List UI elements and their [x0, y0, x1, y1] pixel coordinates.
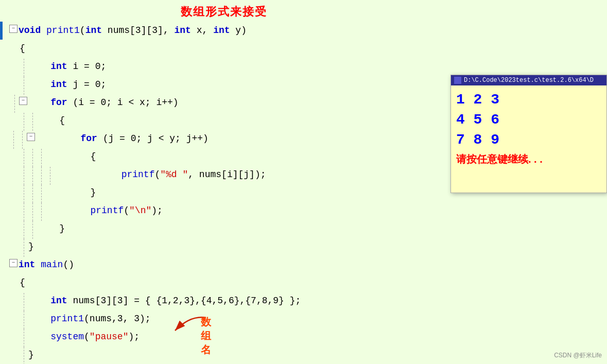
code-line-9: printf("%d ", nums[i][j]);: [20, 167, 448, 185]
code-content-14: int main(): [19, 257, 448, 273]
code-line-15: {: [20, 275, 448, 293]
code-content-18: system("pause");: [28, 329, 448, 345]
terminal-output-1: 1 2 3: [456, 90, 601, 110]
code-content-8: {: [46, 149, 448, 165]
code-content-16: int nums[3][3] = { {1,2,3},{4,5,6},{7,8,…: [28, 293, 448, 309]
watermark: CSDN @虾米Life: [554, 351, 602, 360]
code-line-1: − void print1(int nums[3][3], int x, int…: [9, 23, 448, 41]
annotation-arrow-label: 数组名: [201, 315, 211, 357]
terminal-titlebar: D:\C.Code\2023test.c\test.2.6\x64\D: [451, 75, 606, 85]
collapse-btn-14[interactable]: −: [9, 259, 18, 267]
code-line-11: printf("\n");: [20, 203, 448, 221]
code-content-4: int j = 0;: [28, 77, 448, 93]
code-content-7: for (j = 0; j < y; j++): [36, 131, 448, 147]
code-line-19: }: [20, 347, 448, 364]
code-content-9: printf("%d ", nums[i][j]);: [55, 167, 448, 183]
collapse-btn-1[interactable]: −: [9, 25, 18, 33]
code-line-5: − for (i = 0; i < x; i++): [10, 95, 448, 113]
code-content-10: }: [46, 185, 448, 201]
annotation-title: 数组形式来接受: [0, 0, 448, 23]
code-line-17: print1(nums,3, 3);: [20, 311, 448, 329]
terminal-body: 1 2 3 4 5 6 7 8 9 请按任意键继续. . .: [451, 85, 606, 170]
code-content-13: }: [28, 239, 448, 255]
code-content-12: }: [37, 221, 448, 237]
code-content-2: {: [20, 41, 448, 57]
code-area: 数组形式来接受 − void print1(int nums[3][3], in…: [0, 0, 448, 364]
terminal-output-3: 7 8 9: [456, 130, 601, 150]
code-line-2: {: [20, 41, 448, 59]
code-content-5: for (i = 0; i < x; i++): [28, 95, 448, 111]
code-content-17: print1(nums,3, 3);: [28, 311, 448, 327]
code-line-12: }: [20, 221, 448, 239]
code-line-8: {: [20, 149, 448, 167]
terminal-prompt: 请按任意键继续. . .: [456, 152, 601, 166]
code-line-3: int i = 0;: [20, 59, 448, 77]
code-line-4: int j = 0;: [20, 77, 448, 95]
code-line-14: − int main(): [9, 257, 448, 275]
code-content-11: printf("\n");: [46, 203, 448, 219]
collapse-btn-5[interactable]: −: [19, 97, 27, 105]
code-line-7: − for (j = 0; j < y; j++): [9, 131, 448, 149]
terminal-window: D:\C.Code\2023test.c\test.2.6\x64\D 1 2 …: [450, 75, 607, 193]
code-line-6: {: [20, 113, 448, 131]
code-line-13: }: [20, 239, 448, 257]
terminal-title: D:\C.Code\2023test.c\test.2.6\x64\D: [464, 77, 594, 84]
code-line-16: int nums[3][3] = { {1,2,3},{4,5,6},{7,8,…: [20, 293, 448, 311]
code-content-1: void print1(int nums[3][3], int x, int y…: [19, 23, 448, 39]
code-content-6: {: [37, 113, 448, 129]
code-content-15: {: [20, 275, 448, 291]
code-line-10: }: [20, 185, 448, 203]
code-content-19: }: [28, 347, 448, 363]
code-content-3: int i = 0;: [28, 59, 448, 75]
code-line-18: system("pause");: [20, 329, 448, 347]
terminal-output-2: 4 5 6: [456, 110, 601, 130]
terminal-icon: [454, 77, 461, 84]
collapse-btn-7[interactable]: −: [27, 133, 35, 141]
code-block: − void print1(int nums[3][3], int x, int…: [0, 23, 448, 364]
